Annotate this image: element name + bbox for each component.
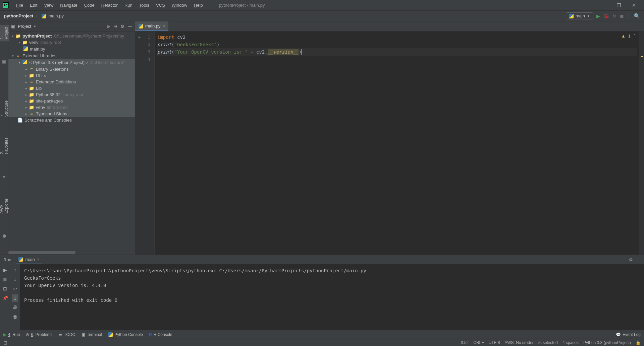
run-config-label: main bbox=[576, 13, 585, 18]
rerun-button[interactable]: ▶ bbox=[2, 266, 8, 274]
tool-structure-tab[interactable]: 7: Structure bbox=[0, 98, 9, 119]
scroll-button[interactable]: ⤓ bbox=[12, 294, 18, 302]
tree-item[interactable]: ▸📁venvlibrary root bbox=[8, 104, 135, 111]
hide-icon[interactable]: — bbox=[128, 24, 132, 29]
prev-highlight-button[interactable]: ˄ bbox=[633, 33, 636, 39]
editor-scrollbar-v[interactable] bbox=[639, 31, 644, 255]
run-toolbar-primary: ▶ ◼ ⊟ 📌 bbox=[0, 264, 10, 330]
menu-edit[interactable]: Edit bbox=[27, 2, 40, 9]
tree-item[interactable]: ▸≡Binary Skeletons bbox=[8, 66, 135, 72]
tree-venv[interactable]: ▸ 📁 venv library root bbox=[8, 39, 135, 46]
run-config-selector[interactable]: main ▼ bbox=[566, 12, 593, 19]
code-editor[interactable]: import cv2 print("GeeksForGeeks") print(… bbox=[155, 31, 639, 255]
tree-python-env[interactable]: ▾ < Python 3.8 (pythonProject) > C:\User… bbox=[8, 59, 135, 66]
tree-item[interactable]: ▸≡Typeshed Stubs bbox=[8, 111, 135, 117]
tree-item[interactable]: ▸≡Extended Definitions bbox=[8, 79, 135, 85]
cube-icon[interactable]: ⬢ bbox=[1, 232, 7, 239]
print-button[interactable]: 🖶 bbox=[12, 304, 18, 311]
minimize-button[interactable]: — bbox=[599, 2, 608, 9]
tool-favorites-tab[interactable]: 2: Favorites bbox=[0, 136, 9, 156]
status-bar: ◫ 3:52 CRLF UTF-8 AWS: No credentials se… bbox=[0, 339, 644, 346]
bottom-event-log[interactable]: 💬Event Log bbox=[616, 332, 641, 337]
search-everywhere-button[interactable]: 🔍 bbox=[634, 13, 640, 19]
tool-folder-icon[interactable]: ▣ bbox=[1, 58, 7, 65]
status-lock-icon[interactable]: 🔒 bbox=[636, 340, 641, 345]
bottom-tool-bar: ▶4: Run ⊘6: Problems ☰TODO ▣Terminal Pyt… bbox=[0, 330, 644, 339]
menu-tools[interactable]: Tools bbox=[137, 2, 152, 9]
window-title: pythonProject - main.py bbox=[219, 3, 265, 8]
bottom-python-console[interactable]: Python Console bbox=[108, 332, 143, 337]
run-button[interactable]: ▶ bbox=[596, 13, 600, 19]
project-panel-title[interactable]: Project ▼ bbox=[18, 24, 36, 29]
tree-item[interactable]: ▸📁DLLs bbox=[8, 72, 135, 79]
window-controls: — ❐ ✕ bbox=[599, 2, 641, 9]
run-panel-label: Run: bbox=[3, 257, 12, 262]
line-gutter: ▶1 2 3 4 bbox=[135, 31, 155, 255]
tree-scratches[interactable]: 📄 Scratches and Consoles bbox=[8, 117, 135, 123]
expand-icon[interactable]: ⇥ bbox=[113, 24, 117, 29]
run-tab[interactable]: main × bbox=[16, 255, 42, 264]
layout-button[interactable]: ⊟ bbox=[2, 285, 8, 292]
run-gutter-icon[interactable]: ▶ bbox=[139, 33, 141, 41]
tool-aws-tab[interactable]: AWS Explorer bbox=[0, 197, 9, 216]
clear-button[interactable]: 🗑 bbox=[12, 313, 18, 321]
project-scrollbar-h[interactable] bbox=[8, 251, 135, 255]
bottom-terminal[interactable]: ▣Terminal bbox=[82, 332, 102, 337]
breadcrumb-project[interactable]: pythonProject bbox=[4, 13, 33, 18]
tree-item[interactable]: ▸📁Lib bbox=[8, 85, 135, 91]
status-eol[interactable]: CRLF bbox=[473, 340, 484, 345]
bottom-r-console[interactable]: RR Console bbox=[149, 332, 172, 337]
tree-external-libs[interactable]: ▾ ≡ External Libraries bbox=[8, 53, 135, 59]
menu-refactor[interactable]: Refactor bbox=[99, 2, 120, 9]
up-button[interactable]: ↑ bbox=[13, 266, 17, 274]
settings-icon[interactable]: ⚙ bbox=[629, 257, 633, 262]
close-tab-icon[interactable]: × bbox=[163, 23, 165, 28]
menu-file[interactable]: File bbox=[13, 2, 26, 9]
stop-button[interactable]: ◼ bbox=[620, 13, 624, 19]
console-output[interactable]: C:\Users\msaur\PycharmProjects\pythonPro… bbox=[20, 264, 644, 330]
close-run-tab-icon[interactable]: × bbox=[37, 257, 40, 262]
breadcrumb-file[interactable]: main.py bbox=[48, 13, 64, 18]
star-icon[interactable]: ★ bbox=[1, 173, 7, 180]
status-encoding[interactable]: UTF-8 bbox=[489, 340, 500, 345]
scrollbar-thumb[interactable] bbox=[8, 251, 75, 254]
settings-icon[interactable]: ⚙ bbox=[120, 24, 124, 29]
status-aws[interactable]: AWS: No credentials selected bbox=[505, 340, 558, 345]
status-position[interactable]: 3:52 bbox=[461, 340, 469, 345]
hide-icon[interactable]: — bbox=[636, 257, 641, 262]
editor-tab-main[interactable]: main.py × bbox=[135, 21, 168, 31]
locate-icon[interactable]: ⊕ bbox=[106, 24, 110, 29]
warning-mark[interactable] bbox=[641, 56, 643, 57]
menu-window[interactable]: Window bbox=[169, 2, 190, 9]
pin-button[interactable]: 📌 bbox=[1, 294, 9, 302]
breadcrumb: pythonProject 〉 main.py bbox=[4, 13, 64, 19]
main-area: 1: Project ▣ 7: Structure 2: Favorites ★… bbox=[0, 21, 644, 255]
bottom-run[interactable]: ▶4: Run bbox=[3, 332, 20, 337]
menu-navigate[interactable]: Navigate bbox=[57, 2, 80, 9]
tool-project-tab[interactable]: 1: Project bbox=[0, 25, 9, 41]
tree-root[interactable]: ▾ 📁 pythonProject C:\Users\msaur\Pycharm… bbox=[8, 33, 135, 39]
coverage-button[interactable]: ↻ bbox=[612, 13, 616, 19]
menu-help[interactable]: Help bbox=[191, 2, 206, 9]
tree-main-py[interactable]: main.py bbox=[8, 46, 135, 53]
warning-icon[interactable]: ▲ bbox=[621, 33, 626, 39]
tree-item[interactable]: ▸📁site-packages bbox=[8, 98, 135, 104]
menu-vcs[interactable]: VCS bbox=[153, 2, 168, 9]
menu-view[interactable]: View bbox=[41, 2, 56, 9]
close-button[interactable]: ✕ bbox=[630, 2, 638, 9]
run-toolbar-secondary: ↑ ↓ ↩ ⤓ 🖶 🗑 bbox=[10, 264, 20, 330]
bottom-problems[interactable]: ⊘6: Problems bbox=[26, 332, 52, 337]
wrap-button[interactable]: ↩ bbox=[12, 285, 18, 292]
down-button[interactable]: ↓ bbox=[13, 276, 17, 283]
tree-item[interactable]: ▸📁Python38-32library root bbox=[8, 91, 135, 98]
status-indent[interactable]: 4 spaces bbox=[562, 340, 579, 345]
stop-button[interactable]: ◼ bbox=[2, 276, 8, 283]
debug-button[interactable]: 🐞 bbox=[603, 13, 609, 19]
status-interpreter[interactable]: Python 3.8 (pythonProject) bbox=[583, 340, 631, 345]
maximize-button[interactable]: ❐ bbox=[615, 2, 623, 9]
status-tools-icon[interactable]: ◫ bbox=[3, 340, 7, 345]
menu-bar: File Edit View Navigate Code Refactor Ru… bbox=[13, 2, 206, 9]
menu-run[interactable]: Run bbox=[122, 2, 135, 9]
menu-code[interactable]: Code bbox=[82, 2, 97, 9]
bottom-todo[interactable]: ☰TODO bbox=[58, 332, 75, 337]
